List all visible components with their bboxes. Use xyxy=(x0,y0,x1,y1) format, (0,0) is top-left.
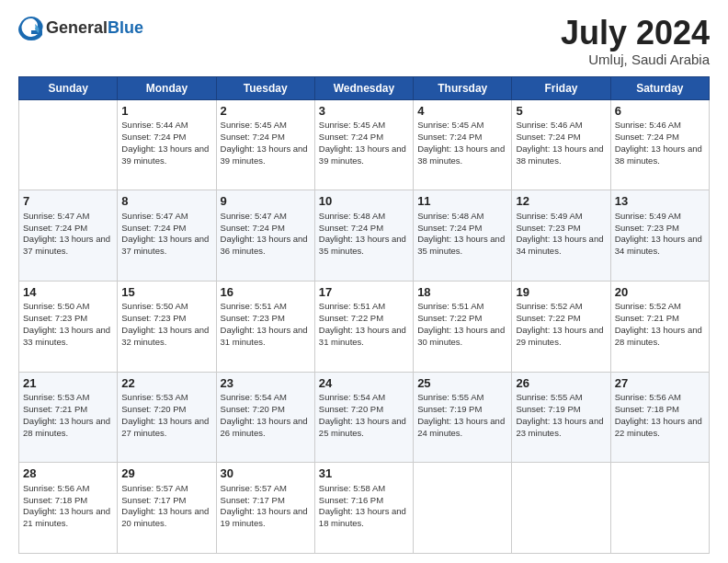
daylight-hours: Daylight: 13 hours and 23 minutes. xyxy=(516,416,603,438)
sunset-time: Sunset: 7:24 PM xyxy=(221,223,285,233)
calendar-cell: 17Sunrise: 5:51 AMSunset: 7:22 PMDayligh… xyxy=(314,281,413,372)
calendar-cell: 10Sunrise: 5:48 AMSunset: 7:24 PMDayligh… xyxy=(314,190,413,282)
sunset-time: Sunset: 7:18 PM xyxy=(23,495,87,505)
calendar-cell xyxy=(19,99,118,190)
daylight-hours: Daylight: 13 hours and 28 minutes. xyxy=(615,325,702,347)
day-number: 18 xyxy=(417,284,507,301)
week-row-3: 14Sunrise: 5:50 AMSunset: 7:23 PMDayligh… xyxy=(19,281,710,372)
sunset-time: Sunset: 7:23 PM xyxy=(221,313,285,323)
week-row-1: 1Sunrise: 5:44 AMSunset: 7:24 PMDaylight… xyxy=(19,99,710,190)
calendar-cell: 19Sunrise: 5:52 AMSunset: 7:22 PMDayligh… xyxy=(512,281,610,372)
day-number: 2 xyxy=(221,103,311,120)
calendar-cell: 4Sunrise: 5:45 AMSunset: 7:24 PMDaylight… xyxy=(414,99,512,190)
sunset-time: Sunset: 7:20 PM xyxy=(121,404,186,414)
day-number: 11 xyxy=(417,193,507,210)
daylight-hours: Daylight: 13 hours and 38 minutes. xyxy=(417,144,505,166)
day-number: 14 xyxy=(23,284,113,301)
daylight-hours: Daylight: 13 hours and 30 minutes. xyxy=(417,325,505,347)
day-number: 22 xyxy=(121,375,211,392)
calendar-cell: 30Sunrise: 5:57 AMSunset: 7:17 PMDayligh… xyxy=(216,463,314,554)
sunrise-time: Sunrise: 5:45 AM xyxy=(417,120,483,130)
calendar-cell: 20Sunrise: 5:52 AMSunset: 7:21 PMDayligh… xyxy=(610,281,709,372)
sunrise-time: Sunrise: 5:56 AM xyxy=(615,392,681,402)
sunset-time: Sunset: 7:24 PM xyxy=(615,132,679,142)
sunset-time: Sunset: 7:23 PM xyxy=(121,313,186,323)
calendar-header-thursday: Thursday xyxy=(414,76,512,99)
sunrise-time: Sunrise: 5:47 AM xyxy=(121,211,188,221)
day-number: 13 xyxy=(615,193,705,210)
logo-icon xyxy=(18,15,44,40)
calendar-cell: 27Sunrise: 5:56 AMSunset: 7:18 PMDayligh… xyxy=(610,372,709,463)
day-number: 28 xyxy=(23,465,113,482)
calendar-cell: 1Sunrise: 5:44 AMSunset: 7:24 PMDaylight… xyxy=(118,99,216,190)
calendar-cell: 29Sunrise: 5:57 AMSunset: 7:17 PMDayligh… xyxy=(118,463,216,554)
calendar-cell: 24Sunrise: 5:54 AMSunset: 7:20 PMDayligh… xyxy=(314,372,413,463)
sunset-time: Sunset: 7:24 PM xyxy=(121,223,186,233)
sunrise-time: Sunrise: 5:55 AM xyxy=(516,392,582,402)
daylight-hours: Daylight: 13 hours and 26 minutes. xyxy=(221,416,308,438)
sunrise-time: Sunrise: 5:47 AM xyxy=(221,211,287,221)
sunset-time: Sunset: 7:24 PM xyxy=(417,132,482,142)
calendar-cell: 18Sunrise: 5:51 AMSunset: 7:22 PMDayligh… xyxy=(414,281,512,372)
sunrise-time: Sunrise: 5:52 AM xyxy=(615,301,681,311)
calendar-header-friday: Friday xyxy=(512,76,610,99)
sunrise-time: Sunrise: 5:57 AM xyxy=(121,483,188,493)
daylight-hours: Daylight: 13 hours and 37 minutes. xyxy=(23,234,110,256)
sunrise-time: Sunrise: 5:50 AM xyxy=(23,301,89,311)
sunrise-time: Sunrise: 5:52 AM xyxy=(516,301,582,311)
sunrise-time: Sunrise: 5:53 AM xyxy=(121,392,188,402)
calendar-cell: 3Sunrise: 5:45 AMSunset: 7:24 PMDaylight… xyxy=(314,99,413,190)
calendar-cell: 9Sunrise: 5:47 AMSunset: 7:24 PMDaylight… xyxy=(216,190,314,282)
day-number: 15 xyxy=(121,284,211,301)
sunrise-time: Sunrise: 5:46 AM xyxy=(615,120,681,130)
logo-general: General xyxy=(46,18,108,37)
daylight-hours: Daylight: 13 hours and 39 minutes. xyxy=(319,144,406,166)
sunset-time: Sunset: 7:17 PM xyxy=(121,495,186,505)
daylight-hours: Daylight: 13 hours and 37 minutes. xyxy=(121,234,209,256)
daylight-hours: Daylight: 13 hours and 33 minutes. xyxy=(23,325,110,347)
sunrise-time: Sunrise: 5:54 AM xyxy=(221,392,287,402)
daylight-hours: Daylight: 13 hours and 18 minutes. xyxy=(319,506,406,528)
calendar-cell xyxy=(414,463,512,554)
calendar-cell: 12Sunrise: 5:49 AMSunset: 7:23 PMDayligh… xyxy=(512,190,610,282)
location: Umluj, Saudi Arabia xyxy=(561,52,710,67)
sunrise-time: Sunrise: 5:56 AM xyxy=(23,483,89,493)
sunset-time: Sunset: 7:24 PM xyxy=(23,223,87,233)
daylight-hours: Daylight: 13 hours and 21 minutes. xyxy=(23,506,110,528)
calendar-cell: 5Sunrise: 5:46 AMSunset: 7:24 PMDaylight… xyxy=(512,99,610,190)
calendar-cell: 7Sunrise: 5:47 AMSunset: 7:24 PMDaylight… xyxy=(19,190,118,282)
daylight-hours: Daylight: 13 hours and 39 minutes. xyxy=(221,144,308,166)
day-number: 9 xyxy=(221,193,311,210)
sunrise-time: Sunrise: 5:58 AM xyxy=(319,483,385,493)
calendar-header-sunday: Sunday xyxy=(19,76,118,99)
daylight-hours: Daylight: 13 hours and 27 minutes. xyxy=(121,416,209,438)
week-row-5: 28Sunrise: 5:56 AMSunset: 7:18 PMDayligh… xyxy=(19,463,710,554)
day-number: 31 xyxy=(319,465,409,482)
week-row-4: 21Sunrise: 5:53 AMSunset: 7:21 PMDayligh… xyxy=(19,372,710,463)
sunset-time: Sunset: 7:19 PM xyxy=(417,404,482,414)
day-number: 10 xyxy=(319,193,409,210)
sunrise-time: Sunrise: 5:51 AM xyxy=(221,301,287,311)
daylight-hours: Daylight: 13 hours and 34 minutes. xyxy=(615,234,702,256)
calendar-cell: 26Sunrise: 5:55 AMSunset: 7:19 PMDayligh… xyxy=(512,372,610,463)
calendar-cell: 28Sunrise: 5:56 AMSunset: 7:18 PMDayligh… xyxy=(19,463,118,554)
daylight-hours: Daylight: 13 hours and 32 minutes. xyxy=(121,325,209,347)
logo-text: GeneralBlue xyxy=(46,18,143,38)
month-title: July 2024 xyxy=(561,15,710,52)
sunset-time: Sunset: 7:23 PM xyxy=(23,313,87,323)
sunrise-time: Sunrise: 5:48 AM xyxy=(319,211,385,221)
day-number: 16 xyxy=(221,284,311,301)
day-number: 19 xyxy=(516,284,606,301)
calendar-cell xyxy=(512,463,610,554)
daylight-hours: Daylight: 13 hours and 25 minutes. xyxy=(319,416,406,438)
calendar-cell: 22Sunrise: 5:53 AMSunset: 7:20 PMDayligh… xyxy=(118,372,216,463)
calendar-cell: 23Sunrise: 5:54 AMSunset: 7:20 PMDayligh… xyxy=(216,372,314,463)
calendar-cell xyxy=(610,463,709,554)
day-number: 7 xyxy=(23,193,113,210)
sunrise-time: Sunrise: 5:49 AM xyxy=(516,211,582,221)
sunset-time: Sunset: 7:21 PM xyxy=(23,404,87,414)
page: GeneralBlue July 2024 Umluj, Saudi Arabi… xyxy=(0,0,728,563)
calendar-header-row: SundayMondayTuesdayWednesdayThursdayFrid… xyxy=(19,76,710,99)
daylight-hours: Daylight: 13 hours and 20 minutes. xyxy=(121,506,209,528)
sunset-time: Sunset: 7:23 PM xyxy=(615,223,679,233)
